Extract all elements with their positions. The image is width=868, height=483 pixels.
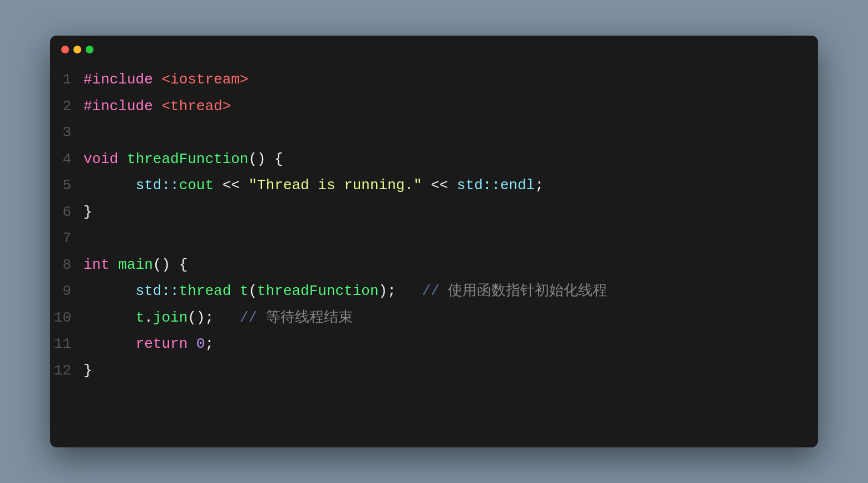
code-line: 10 t.join(); // 等待线程结束 (50, 305, 818, 332)
preprocessor-token: #include (83, 71, 153, 88)
space-token (118, 151, 127, 167)
comment-token: // (422, 283, 448, 299)
indent-token (83, 336, 136, 352)
line-content: std::cout << "Thread is running." << std… (83, 173, 818, 199)
chinese-token: 等待线程结束 (266, 309, 353, 326)
method-token: thread (179, 283, 231, 299)
indent-token (83, 177, 136, 194)
close-button[interactable] (61, 46, 69, 53)
line-number: 2 (50, 94, 83, 120)
line-content: std::thread t(threadFunction); // 使用函数指针… (83, 279, 818, 304)
line-content: #include <thread> (83, 94, 818, 120)
space-token (153, 98, 162, 115)
default-token: ; (205, 336, 214, 352)
preprocessor-token: #include (83, 98, 153, 115)
function-token: threadFunction (257, 283, 378, 299)
indent-token (83, 309, 136, 326)
comment-token: // (240, 309, 266, 326)
method-token: join (153, 309, 188, 326)
number-token: 0 (196, 336, 205, 352)
line-content: } (83, 358, 818, 384)
space-token (214, 309, 240, 326)
chinese-token: 使用函数指针初始化线程 (448, 283, 607, 299)
space-token (110, 257, 119, 273)
default-token: } (83, 362, 92, 379)
line-number: 6 (50, 200, 83, 225)
space-token (153, 71, 162, 88)
default-token (231, 283, 240, 299)
code-line: 9 std::thread t(threadFunction); // 使用函数… (50, 278, 818, 305)
code-line: 12} (50, 358, 818, 385)
line-number: 10 (50, 305, 83, 331)
string-token: "Thread is running." (249, 177, 422, 194)
space-token (396, 283, 422, 299)
std-token: std:: (136, 177, 179, 194)
include-path-token: <thread> (161, 98, 231, 115)
line-number: 8 (50, 253, 83, 278)
code-line: 5 std::cout << "Thread is running." << s… (50, 172, 818, 199)
default-token: ( (248, 283, 257, 299)
line-number: 12 (50, 358, 83, 384)
line-content: t.join(); // 等待线程结束 (83, 305, 818, 331)
default-token (240, 177, 249, 194)
code-line: 8int main() { (50, 252, 818, 279)
title-bar (50, 36, 818, 61)
line-number: 4 (50, 147, 83, 172)
code-line: 2#include <thread> (50, 93, 818, 120)
function-token: threadFunction (127, 151, 248, 167)
function-token: t (240, 283, 249, 299)
function-token: t (136, 309, 145, 326)
op-token: << (431, 177, 448, 194)
line-content: int main() { (83, 253, 818, 278)
code-area: 1#include <iostream>2#include <thread>34… (50, 61, 818, 395)
keyword-token: return (136, 336, 188, 352)
default-token: } (83, 204, 92, 220)
line-number: 3 (50, 120, 83, 146)
std-token: std:: (457, 177, 500, 194)
code-line: 6} (50, 199, 818, 226)
default-token (214, 177, 223, 194)
default-token: (); (188, 309, 214, 326)
line-number: 11 (50, 332, 83, 357)
default-token (422, 177, 431, 194)
std-token: std:: (136, 283, 179, 299)
default-token: ; (535, 177, 544, 194)
default-token (448, 177, 457, 194)
include-path-token: <iostream> (161, 71, 248, 88)
type-token: void (83, 151, 118, 167)
code-line: 1#include <iostream> (50, 67, 818, 93)
line-number: 1 (50, 67, 83, 93)
line-content: #include <iostream> (83, 67, 818, 93)
maximize-button[interactable] (86, 46, 93, 53)
line-content: return 0; (83, 332, 818, 357)
line-content: } (83, 200, 818, 225)
endl-token: endl (500, 177, 535, 194)
line-number: 5 (50, 173, 83, 199)
code-line: 4void threadFunction() { (50, 146, 818, 173)
space-token (188, 336, 196, 352)
line-number: 9 (50, 279, 83, 304)
default-token: . (144, 309, 153, 326)
minimize-button[interactable] (73, 46, 81, 53)
code-line: 3 (50, 120, 818, 146)
code-line: 11 return 0; (50, 331, 818, 358)
line-number: 7 (50, 226, 83, 252)
default-token: () { (153, 257, 188, 273)
line-content: void threadFunction() { (83, 147, 818, 172)
op-token: << (223, 177, 240, 194)
code-window: 1#include <iostream>2#include <thread>34… (50, 36, 818, 447)
default-token: () { (248, 151, 283, 167)
method-token: cout (179, 177, 214, 194)
code-line: 7 (50, 225, 818, 252)
function-token: main (118, 257, 152, 273)
default-token: ); (379, 283, 396, 299)
indent-token (83, 283, 136, 299)
type-token: int (83, 257, 110, 273)
